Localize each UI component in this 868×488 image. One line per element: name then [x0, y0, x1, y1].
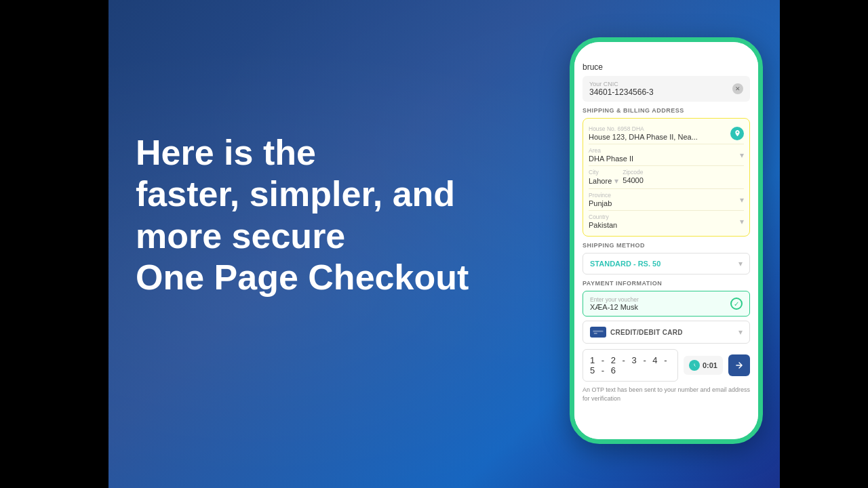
location-svg [734, 129, 741, 137]
shipping-method-dropdown[interactable]: STANDARD - RS. 50 ▾ [583, 253, 750, 274]
voucher-value: XÆA-12 Musk [590, 303, 638, 311]
credit-card-label: CREDIT/DEBIT CARD [610, 329, 683, 336]
otp-timer: 0:01 [684, 356, 723, 375]
province-value: Punjab [589, 199, 612, 207]
hero-line1: Here is the [136, 133, 316, 172]
area-label: Area [589, 147, 633, 154]
city-zip-half: City Lahore ▾ Zipcode 54000 [589, 169, 644, 186]
province-row[interactable]: Province Punjab ▾ [589, 189, 744, 211]
phone-content: bruce Your CNIC 34601-1234566-3 ✕ SHIPPI… [574, 42, 758, 413]
otp-input[interactable]: 1 - 2 - 3 - 4 - 5 - 6 [583, 349, 678, 382]
shipping-billing-title: SHIPPING & BILLING ADDRESS [583, 107, 750, 114]
house-label: House No. 6958 DHA [589, 125, 698, 132]
credit-card-chevron-icon: ▾ [738, 327, 743, 337]
clock-svg [691, 362, 698, 369]
zip-value: 54000 [623, 176, 644, 184]
area-value: DHA Phase II [589, 155, 633, 163]
area-chevron-icon: ▾ [740, 150, 744, 160]
area-field: Area DHA Phase II [589, 147, 633, 163]
payment-title: PAYMENT INFORMATION [583, 280, 750, 287]
otp-hint-text: An OTP text has been sent to your number… [583, 386, 750, 403]
phone-screen[interactable]: bruce Your CNIC 34601-1234566-3 ✕ SHIPPI… [574, 42, 758, 439]
voucher-content: Enter your voucher XÆA-12 Musk [590, 296, 639, 311]
province-field: Province Punjab [589, 192, 612, 207]
hero-text-section: Here is the faster, simpler, and more se… [136, 132, 488, 298]
timer-text: 0:01 [703, 361, 717, 369]
city-label: City [589, 169, 618, 176]
house-field: House No. 6958 DHA House 123, DHA Phase … [589, 125, 698, 141]
house-row[interactable]: House No. 6958 DHA House 123, DHA Phase … [589, 123, 744, 144]
credit-card-left: CREDIT/DEBIT CARD [590, 327, 683, 338]
voucher-label: Enter your voucher [590, 296, 639, 303]
top-fields: bruce Your CNIC 34601-1234566-3 ✕ [583, 62, 750, 102]
shipping-chevron-icon: ▾ [738, 259, 743, 268]
voucher-check-icon: ✓ [730, 298, 743, 310]
left-letterbox [0, 0, 108, 488]
country-field: Country Pakistan [589, 214, 617, 229]
area-row[interactable]: Area DHA Phase II ▾ [589, 144, 744, 166]
hero-line2: faster, simpler, and [136, 174, 455, 214]
svg-rect-2 [594, 333, 597, 333]
phone-frame: bruce Your CNIC 34601-1234566-3 ✕ SHIPPI… [570, 37, 763, 444]
house-value: House 123, DHA Phase II, Nea... [589, 133, 698, 141]
shipping-option-text: STANDARD - RS. 50 [590, 260, 660, 268]
svg-rect-1 [593, 331, 604, 333]
payment-section: PAYMENT INFORMATION Enter your voucher X… [583, 280, 750, 344]
clear-icon[interactable]: ✕ [732, 83, 743, 94]
shipping-method-title: SHIPPING METHOD [583, 242, 750, 249]
otp-submit-button[interactable] [728, 354, 750, 376]
city-chevron-icon: ▾ [614, 176, 618, 186]
otp-row: 1 - 2 - 3 - 4 - 5 - 6 0:01 [583, 349, 750, 382]
cnic-field[interactable]: Your CNIC 34601-1234566-3 ✕ [583, 76, 750, 102]
phone-notch [633, 42, 701, 57]
right-letterbox [780, 0, 868, 488]
timer-icon [689, 360, 700, 371]
arrow-right-svg [734, 361, 744, 370]
name-row: bruce [583, 62, 750, 72]
cnic-content: Your CNIC 34601-1234566-3 [589, 81, 654, 97]
credit-card-row[interactable]: CREDIT/DEBIT CARD ▾ [583, 321, 750, 344]
shipping-method-section: SHIPPING METHOD STANDARD - RS. 50 ▾ [583, 242, 750, 274]
country-value: Pakistan [589, 221, 617, 229]
province-chevron-icon: ▾ [740, 195, 744, 205]
city-value: Lahore [589, 177, 612, 185]
cnic-label: Your CNIC [589, 81, 654, 87]
country-chevron-icon: ▾ [740, 217, 744, 226]
zip-field[interactable]: Zipcode 54000 [623, 169, 644, 186]
city-field[interactable]: City Lahore ▾ [589, 169, 618, 186]
phone-mockup: bruce Your CNIC 34601-1234566-3 ✕ SHIPPI… [570, 37, 763, 444]
zip-label: Zipcode [623, 169, 644, 176]
name-input[interactable]: bruce [583, 62, 750, 72]
province-label: Province [589, 192, 612, 199]
card-svg [593, 329, 604, 336]
voucher-field[interactable]: Enter your voucher XÆA-12 Musk ✓ [583, 291, 750, 317]
shipping-billing-section: SHIPPING & BILLING ADDRESS House No. 695… [583, 107, 750, 237]
location-icon[interactable] [730, 127, 744, 140]
hero-line4: One Page Checkout [136, 258, 469, 297]
address-block: House No. 6958 DHA House 123, DHA Phase … [583, 118, 750, 237]
city-zip-row: City Lahore ▾ Zipcode 54000 [589, 166, 744, 189]
hero-line3: more secure [136, 216, 345, 256]
country-row[interactable]: Country Pakistan ▾ [589, 211, 744, 232]
cnic-value: 34601-1234566-3 [589, 87, 654, 97]
card-icon [590, 327, 606, 338]
country-label: Country [589, 214, 617, 220]
